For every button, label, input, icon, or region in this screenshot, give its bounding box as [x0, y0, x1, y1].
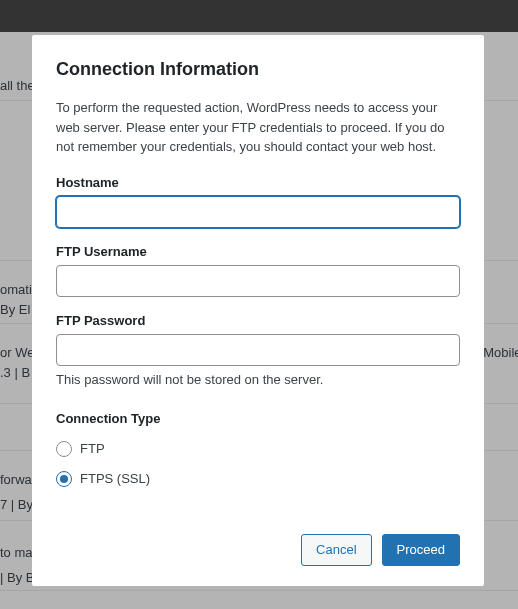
cancel-button[interactable]: Cancel: [301, 534, 371, 566]
radio-icon: [56, 471, 72, 487]
connection-info-dialog: Connection Information To perform the re…: [32, 35, 484, 586]
radio-label-ftps: FTPS (SSL): [80, 471, 150, 486]
password-help-text: This password will not be stored on the …: [56, 372, 460, 387]
hostname-label: Hostname: [56, 175, 460, 190]
connection-type-group: Connection Type FTP FTPS (SSL): [56, 411, 460, 494]
radio-option-ftps[interactable]: FTPS (SSL): [56, 464, 460, 494]
ftp-username-input[interactable]: [56, 265, 460, 297]
hostname-field: Hostname: [56, 175, 460, 228]
username-field: FTP Username: [56, 244, 460, 297]
proceed-button[interactable]: Proceed: [382, 534, 460, 566]
dialog-title: Connection Information: [56, 59, 460, 80]
ftp-username-label: FTP Username: [56, 244, 460, 259]
dialog-description: To perform the requested action, WordPre…: [56, 98, 460, 157]
connection-type-label: Connection Type: [56, 411, 460, 426]
ftp-password-label: FTP Password: [56, 313, 460, 328]
dialog-footer: Cancel Proceed: [56, 534, 460, 566]
radio-option-ftp[interactable]: FTP: [56, 434, 460, 464]
radio-label-ftp: FTP: [80, 441, 105, 456]
radio-icon: [56, 441, 72, 457]
ftp-password-input[interactable]: [56, 334, 460, 366]
password-field: FTP Password This password will not be s…: [56, 313, 460, 387]
hostname-input[interactable]: [56, 196, 460, 228]
